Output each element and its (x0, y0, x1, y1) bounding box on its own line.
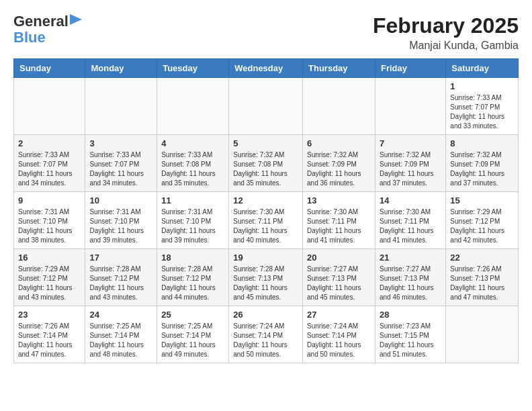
calendar-cell: 2Sunrise: 7:33 AM Sunset: 7:07 PM Daylig… (14, 135, 85, 192)
day-number: 19 (233, 253, 298, 263)
day-number: 14 (380, 195, 441, 205)
calendar-cell (303, 78, 375, 135)
col-header-friday: Friday (375, 59, 445, 78)
logo-blue: Blue (13, 30, 85, 46)
day-number: 9 (18, 195, 81, 205)
day-content: Sunrise: 7:26 AM Sunset: 7:13 PM Dayligh… (450, 265, 514, 302)
calendar-cell: 22Sunrise: 7:26 AM Sunset: 7:13 PM Dayli… (446, 249, 519, 306)
day-content: Sunrise: 7:31 AM Sunset: 7:10 PM Dayligh… (89, 208, 152, 245)
logo-general: General (13, 13, 69, 30)
calendar-cell (14, 78, 85, 135)
calendar-title: February 2025 (373, 13, 519, 38)
day-content: Sunrise: 7:33 AM Sunset: 7:07 PM Dayligh… (18, 150, 81, 188)
calendar-cell: 7Sunrise: 7:32 AM Sunset: 7:09 PM Daylig… (375, 135, 445, 192)
day-number: 1 (450, 81, 514, 91)
calendar-cell: 15Sunrise: 7:29 AM Sunset: 7:12 PM Dayli… (446, 192, 519, 249)
calendar-cell (375, 78, 445, 135)
title-block: February 2025 Manjai Kunda, Gambia (373, 13, 519, 52)
col-header-wednesday: Wednesday (229, 59, 303, 78)
calendar-cell: 5Sunrise: 7:32 AM Sunset: 7:08 PM Daylig… (229, 135, 303, 192)
day-number: 24 (89, 310, 152, 320)
day-content: Sunrise: 7:28 AM Sunset: 7:13 PM Dayligh… (233, 265, 298, 302)
calendar-cell: 25Sunrise: 7:25 AM Sunset: 7:14 PM Dayli… (157, 306, 229, 363)
calendar-cell: 19Sunrise: 7:28 AM Sunset: 7:13 PM Dayli… (229, 249, 303, 306)
day-number: 28 (380, 310, 441, 320)
calendar-header-row: SundayMondayTuesdayWednesdayThursdayFrid… (14, 59, 519, 78)
calendar-cell: 11Sunrise: 7:31 AM Sunset: 7:10 PM Dayli… (157, 192, 229, 249)
calendar-cell: 28Sunrise: 7:23 AM Sunset: 7:15 PM Dayli… (375, 306, 445, 363)
day-number: 7 (380, 138, 441, 148)
day-content: Sunrise: 7:28 AM Sunset: 7:12 PM Dayligh… (161, 265, 224, 302)
week-row-3: 9Sunrise: 7:31 AM Sunset: 7:10 PM Daylig… (14, 192, 519, 249)
day-number: 5 (233, 138, 298, 148)
day-number: 12 (233, 195, 298, 205)
calendar-cell: 26Sunrise: 7:24 AM Sunset: 7:14 PM Dayli… (229, 306, 303, 363)
day-content: Sunrise: 7:33 AM Sunset: 7:08 PM Dayligh… (161, 150, 224, 188)
calendar-cell: 10Sunrise: 7:31 AM Sunset: 7:10 PM Dayli… (85, 192, 157, 249)
day-content: Sunrise: 7:30 AM Sunset: 7:11 PM Dayligh… (380, 208, 441, 245)
calendar-cell: 27Sunrise: 7:24 AM Sunset: 7:14 PM Dayli… (303, 306, 375, 363)
calendar-cell: 21Sunrise: 7:27 AM Sunset: 7:13 PM Dayli… (375, 249, 445, 306)
logo: General Blue (13, 13, 85, 46)
day-content: Sunrise: 7:32 AM Sunset: 7:09 PM Dayligh… (450, 150, 514, 188)
calendar-cell: 14Sunrise: 7:30 AM Sunset: 7:11 PM Dayli… (375, 192, 445, 249)
calendar-cell: 23Sunrise: 7:26 AM Sunset: 7:14 PM Dayli… (14, 306, 85, 363)
day-content: Sunrise: 7:26 AM Sunset: 7:14 PM Dayligh… (18, 322, 81, 359)
calendar-cell: 24Sunrise: 7:25 AM Sunset: 7:14 PM Dayli… (85, 306, 157, 363)
calendar-cell: 17Sunrise: 7:28 AM Sunset: 7:12 PM Dayli… (85, 249, 157, 306)
day-content: Sunrise: 7:27 AM Sunset: 7:13 PM Dayligh… (307, 265, 371, 302)
calendar-cell (157, 78, 229, 135)
day-content: Sunrise: 7:32 AM Sunset: 7:08 PM Dayligh… (233, 150, 298, 188)
day-content: Sunrise: 7:32 AM Sunset: 7:09 PM Dayligh… (307, 150, 371, 188)
calendar-cell: 12Sunrise: 7:30 AM Sunset: 7:11 PM Dayli… (229, 192, 303, 249)
col-header-monday: Monday (85, 59, 157, 78)
day-content: Sunrise: 7:29 AM Sunset: 7:12 PM Dayligh… (450, 208, 514, 245)
day-content: Sunrise: 7:27 AM Sunset: 7:13 PM Dayligh… (380, 265, 441, 302)
svg-marker-0 (70, 14, 82, 25)
calendar-cell: 3Sunrise: 7:33 AM Sunset: 7:07 PM Daylig… (85, 135, 157, 192)
calendar-table: SundayMondayTuesdayWednesdayThursdayFrid… (13, 58, 519, 363)
day-number: 4 (161, 138, 224, 148)
day-content: Sunrise: 7:33 AM Sunset: 7:07 PM Dayligh… (89, 150, 152, 188)
calendar-cell: 1Sunrise: 7:33 AM Sunset: 7:07 PM Daylig… (446, 78, 519, 135)
day-content: Sunrise: 7:30 AM Sunset: 7:11 PM Dayligh… (233, 208, 298, 245)
day-number: 21 (380, 253, 441, 263)
calendar-cell: 16Sunrise: 7:29 AM Sunset: 7:12 PM Dayli… (14, 249, 85, 306)
week-row-1: 1Sunrise: 7:33 AM Sunset: 7:07 PM Daylig… (14, 78, 519, 135)
day-number: 10 (89, 195, 152, 205)
day-content: Sunrise: 7:31 AM Sunset: 7:10 PM Dayligh… (161, 208, 224, 245)
day-content: Sunrise: 7:25 AM Sunset: 7:14 PM Dayligh… (161, 322, 224, 359)
day-number: 27 (307, 310, 371, 320)
calendar-cell (229, 78, 303, 135)
day-content: Sunrise: 7:31 AM Sunset: 7:10 PM Dayligh… (18, 208, 81, 245)
day-number: 16 (18, 253, 81, 263)
calendar-cell: 18Sunrise: 7:28 AM Sunset: 7:12 PM Dayli… (157, 249, 229, 306)
calendar-cell (446, 306, 519, 363)
col-header-sunday: Sunday (14, 59, 85, 78)
calendar-cell: 20Sunrise: 7:27 AM Sunset: 7:13 PM Dayli… (303, 249, 375, 306)
day-number: 13 (307, 195, 371, 205)
day-number: 2 (18, 138, 81, 148)
day-number: 15 (450, 195, 514, 205)
day-content: Sunrise: 7:24 AM Sunset: 7:14 PM Dayligh… (233, 322, 298, 359)
day-content: Sunrise: 7:24 AM Sunset: 7:14 PM Dayligh… (307, 322, 371, 359)
day-number: 18 (161, 253, 224, 263)
col-header-thursday: Thursday (303, 59, 375, 78)
day-number: 6 (307, 138, 371, 148)
week-row-4: 16Sunrise: 7:29 AM Sunset: 7:12 PM Dayli… (14, 249, 519, 306)
day-number: 17 (89, 253, 152, 263)
calendar-cell: 6Sunrise: 7:32 AM Sunset: 7:09 PM Daylig… (303, 135, 375, 192)
day-content: Sunrise: 7:30 AM Sunset: 7:11 PM Dayligh… (307, 208, 371, 245)
calendar-cell: 4Sunrise: 7:33 AM Sunset: 7:08 PM Daylig… (157, 135, 229, 192)
day-number: 22 (450, 253, 514, 263)
page-header: General Blue February 2025 Manjai Kunda,… (13, 13, 519, 52)
day-content: Sunrise: 7:25 AM Sunset: 7:14 PM Dayligh… (89, 322, 152, 359)
week-row-2: 2Sunrise: 7:33 AM Sunset: 7:07 PM Daylig… (14, 135, 519, 192)
calendar-cell (85, 78, 157, 135)
calendar-cell: 8Sunrise: 7:32 AM Sunset: 7:09 PM Daylig… (446, 135, 519, 192)
week-row-5: 23Sunrise: 7:26 AM Sunset: 7:14 PM Dayli… (14, 306, 519, 363)
day-number: 20 (307, 253, 371, 263)
day-content: Sunrise: 7:29 AM Sunset: 7:12 PM Dayligh… (18, 265, 81, 302)
day-number: 26 (233, 310, 298, 320)
logo-icon (70, 14, 82, 29)
